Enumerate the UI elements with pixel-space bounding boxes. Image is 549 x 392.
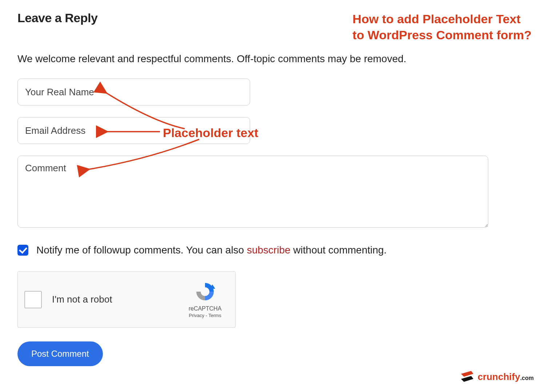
comment-form: Placeholder text <box>17 79 532 244</box>
notify-text-prefix: Notify me of followup comments. You can … <box>36 244 247 256</box>
notify-text: Notify me of followup comments. You can … <box>36 244 386 256</box>
article-title-line2: to WordPress Comment form? <box>353 28 532 42</box>
name-input[interactable] <box>17 79 250 105</box>
article-title: How to add Placeholder Text to WordPress… <box>353 11 532 43</box>
recaptcha-widget: I'm not a robot reCAPTCHA Privacy - Term… <box>17 271 236 328</box>
crunchify-logo-icon <box>459 370 475 383</box>
recaptcha-logo-icon <box>194 281 216 303</box>
comment-textarea[interactable] <box>17 156 488 228</box>
logo-suffix: .com <box>520 375 534 381</box>
logo-text: crunchify <box>478 371 520 382</box>
notify-checkbox[interactable] <box>17 245 28 256</box>
article-title-line1: How to add Placeholder Text <box>353 12 521 26</box>
notify-row: Notify me of followup comments. You can … <box>17 244 532 256</box>
recaptcha-label: I'm not a robot <box>52 294 181 305</box>
recaptcha-branding: reCAPTCHA Privacy - Terms <box>181 281 229 319</box>
recaptcha-terms: Privacy - Terms <box>189 313 221 318</box>
subscribe-link[interactable]: subscribe <box>247 244 290 256</box>
post-comment-button[interactable]: Post Comment <box>17 341 103 366</box>
header-row: Leave a Reply How to add Placeholder Tex… <box>17 11 532 43</box>
reply-title: Leave a Reply <box>17 11 97 25</box>
notify-text-suffix: without commenting. <box>290 244 387 256</box>
recaptcha-brand-text: reCAPTCHA <box>181 305 229 312</box>
site-logo: crunchify.com <box>459 370 534 383</box>
recaptcha-terms-link[interactable]: Terms <box>208 313 221 318</box>
logo-text-wrapper: crunchify.com <box>478 371 534 383</box>
annotation-placeholder-label: Placeholder text <box>163 126 259 140</box>
recaptcha-privacy-link[interactable]: Privacy <box>189 313 204 318</box>
welcome-text: We welcome relevant and respectful comme… <box>17 53 532 65</box>
recaptcha-checkbox[interactable] <box>24 291 42 308</box>
